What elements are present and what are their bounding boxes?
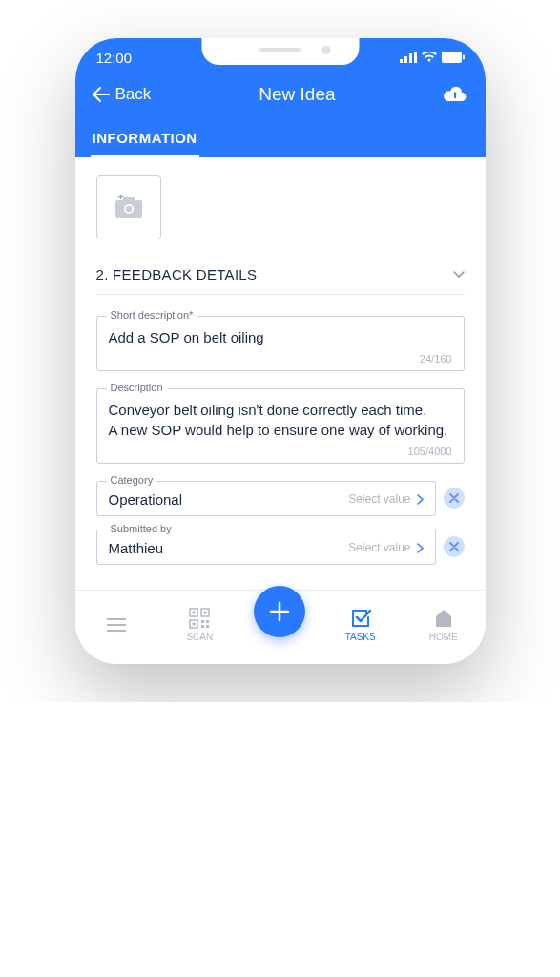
svg-rect-15 [201,620,204,623]
phone-frame: 12:00 Back New Idea INFORMATION + 2. FEE… [75,38,486,664]
nav-tasks[interactable]: TASKS [332,608,389,642]
submitted-by-value: Matthieu [109,540,164,556]
svg-rect-12 [204,612,207,614]
page-title: New Idea [259,84,335,105]
submitted-by-row: Submitted by Matthieu Select value [96,530,465,565]
svg-rect-16 [206,620,209,623]
camera-add-icon: + [114,195,144,219]
back-label: Back [115,85,152,104]
add-photo-button[interactable]: + [96,175,161,239]
short-description-label: Short description* [107,309,197,321]
nav-menu[interactable] [88,618,145,632]
short-description-field[interactable]: Short description* Add a SOP on belt oil… [96,316,465,371]
svg-text:+: + [117,195,124,203]
battery-icon [442,52,465,63]
svg-rect-5 [463,55,465,60]
description-counter: 105/4000 [109,446,452,457]
bottom-nav: SCAN TASKS HOME [75,590,486,664]
home-icon [433,608,454,629]
app-header: Back New Idea INFORMATION [75,76,486,157]
short-description-value: Add a SOP on belt oiling [109,328,452,347]
section-title: 2. FEEDBACK DETAILS [96,266,258,282]
svg-rect-10 [193,612,196,614]
signal-icon [400,52,417,63]
nav-scan[interactable]: SCAN [171,608,228,642]
description-label: Description [107,382,167,393]
section-header-feedback[interactable]: 2. FEEDBACK DETAILS [96,266,465,295]
close-icon [449,493,459,503]
category-hint: Select value [348,492,423,506]
submitted-by-clear-button[interactable] [444,536,465,557]
svg-rect-2 [409,53,412,63]
category-row: Category Operational Select value [96,481,465,516]
phone-notch [201,38,359,65]
category-select[interactable]: Category Operational Select value [96,481,436,516]
hamburger-icon [107,618,126,632]
svg-rect-14 [193,623,196,626]
short-description-counter: 24/160 [109,353,452,364]
checkbox-icon [350,608,371,629]
chevron-down-icon [453,267,465,281]
nav-tasks-label: TASKS [345,632,376,642]
plus-icon [269,601,290,622]
category-label: Category [107,474,157,486]
cloud-upload-button[interactable] [443,86,467,103]
arrow-left-icon [93,87,110,102]
cloud-upload-icon [443,86,467,103]
chevron-right-icon [417,543,424,553]
category-value: Operational [109,491,183,508]
nav-scan-label: SCAN [186,632,213,642]
status-indicators [400,52,465,63]
svg-rect-3 [414,52,417,63]
qr-icon [189,608,210,629]
svg-rect-0 [400,59,403,63]
nav-home-label: HOME [429,632,458,642]
description-field[interactable]: Description Conveyor belt oiling isn't d… [96,388,465,464]
fab-add-button[interactable] [254,586,305,637]
category-clear-button[interactable] [444,488,465,509]
description-value: Conveyor belt oiling isn't done correctl… [109,401,452,440]
tab-bar: INFORMATION [93,120,468,157]
svg-rect-1 [404,56,407,63]
submitted-by-label: Submitted by [107,523,176,534]
chevron-right-icon [417,494,424,505]
status-time: 12:00 [96,50,133,66]
close-icon [449,542,459,551]
tab-information[interactable]: INFORMATION [93,120,197,157]
svg-point-7 [125,206,131,212]
nav-home[interactable]: HOME [415,608,472,642]
svg-rect-4 [442,52,462,63]
wifi-icon [422,52,437,63]
submitted-by-hint: Select value [348,541,423,554]
back-button[interactable]: Back [93,85,152,104]
svg-rect-17 [201,625,204,628]
submitted-by-select[interactable]: Submitted by Matthieu Select value [96,530,436,565]
svg-rect-18 [206,625,209,628]
